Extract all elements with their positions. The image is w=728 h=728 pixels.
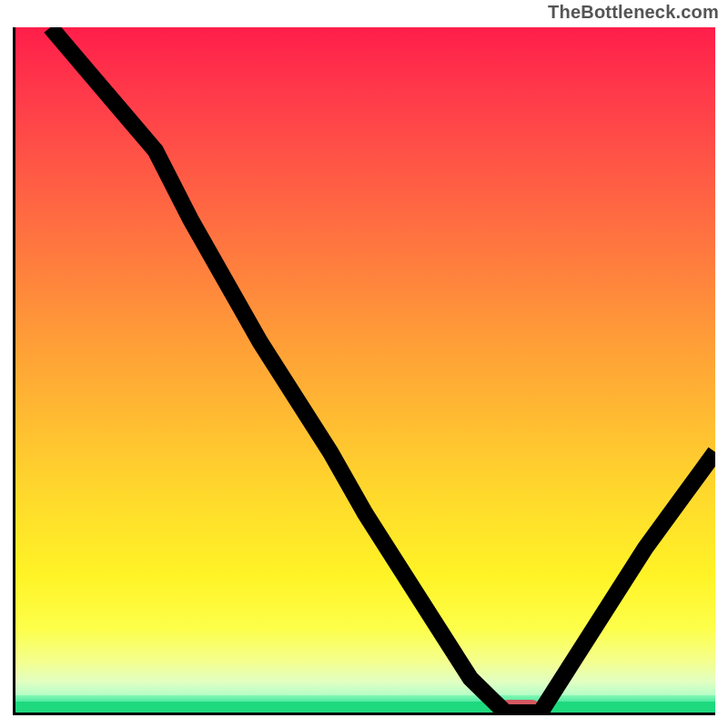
curve-path [50, 27, 715, 713]
bottleneck-curve [15, 27, 715, 713]
watermark-text: TheBottleneck.com [548, 2, 719, 23]
plot-area [13, 27, 715, 715]
chart-container: TheBottleneck.com [0, 0, 728, 728]
